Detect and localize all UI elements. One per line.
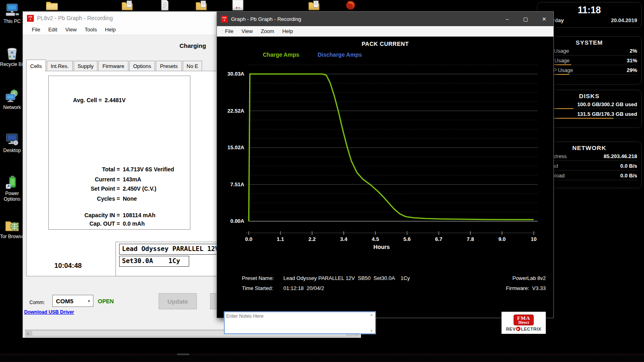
update-button[interactable]: Update: [159, 293, 197, 309]
stat-cap-row-label: Capacity IN =: [49, 212, 120, 218]
desktop-icon-network[interactable]: Network: [0, 89, 24, 110]
stat-row-label: Current =: [49, 176, 120, 183]
graph-menubar: FileViewZoomHelp: [217, 26, 553, 37]
stat-cap-row-label: Cap. OUT =: [49, 220, 120, 227]
minimize-button[interactable]: –: [498, 12, 516, 26]
download-usb-driver-link[interactable]: Download USB Driver: [24, 309, 74, 315]
maximize-button[interactable]: ▢: [516, 12, 535, 26]
desktop-top-icon-folder-files[interactable]: [122, 0, 134, 12]
x-tick-label: 3.4: [335, 236, 353, 242]
taskbar-highlight: [177, 354, 189, 355]
x-tick-label: 0.0: [240, 236, 258, 242]
tab-options[interactable]: Options: [129, 61, 155, 72]
close-button[interactable]: ✕: [535, 12, 553, 26]
com-port-select[interactable]: COM5 ▾: [52, 295, 93, 307]
clock-date: 20.04.2019: [611, 17, 637, 23]
power-icon: [4, 175, 20, 190]
desktop-icon-label: Tor Browser: [0, 234, 24, 239]
network-row: Download0.0 B/s: [541, 171, 637, 180]
desktop-icon-desktop[interactable]: Desktop: [0, 132, 24, 153]
system-row: RAM Usage31%: [541, 56, 637, 65]
disk-row: D:131.5 GB/176.3 GB used: [541, 109, 637, 119]
y-tick-label: 15.02A: [219, 144, 244, 150]
comm-status-open: OPEN: [98, 298, 114, 304]
logo-lectrix-text: LECTRIX: [521, 327, 541, 331]
desktop-icon-label: PowerOptions: [0, 191, 24, 202]
desktop-top-icon-folder[interactable]: [46, 0, 58, 12]
x-tick-label: 2.2: [303, 236, 321, 242]
x-tick-label: 5.6: [398, 236, 416, 242]
disks-rows: C:100.0 GB/300.2 GB usedD:131.5 GB/176.3…: [541, 99, 637, 119]
pl8-menu-edit[interactable]: Edit: [44, 25, 61, 35]
network-icon: [4, 89, 20, 104]
preset-settings-field[interactable]: Set30.0A 1Cy: [119, 256, 189, 267]
desktop-icon-label: Desktop: [0, 148, 24, 153]
taskbar[interactable]: [0, 353, 644, 362]
desktop-icon-tor[interactable]: Tor Browser: [0, 218, 24, 239]
pl8v2-tab-strip: CellsInt.Res.SupplyFirmwareOptionsPreset…: [26, 60, 203, 72]
desktop-icon-recycle-bin[interactable]: Recycle Bin: [0, 46, 24, 67]
pl8-menu-view[interactable]: View: [61, 25, 80, 35]
x-tick-label: 9.0: [493, 236, 511, 242]
time-started-label: Time Started:: [242, 285, 273, 291]
pl8v2-window-title: PL8v2 - Pb Graph - Recording: [37, 15, 113, 21]
desktop-icon-power[interactable]: PowerOptions: [0, 175, 24, 202]
graph-titlebar[interactable]: FMA Graph - Pb Graph - Recording – ▢ ✕: [217, 12, 553, 26]
y-tick-label: 22.52A: [219, 108, 244, 114]
logo-rev-text: REV: [506, 327, 516, 331]
tab-firmware[interactable]: Firmware: [98, 61, 128, 72]
network-row: Upload0.0 B/s: [541, 161, 637, 171]
logo-fma-text: FMA: [517, 315, 530, 321]
firmware-version: Firmware: V3.33: [466, 285, 546, 291]
stat-row-label: Cycles =: [49, 195, 120, 202]
stat-row: Cycles =None: [49, 195, 190, 202]
x-tick-label: 10: [525, 236, 543, 242]
pl8-menu-file[interactable]: File: [28, 25, 44, 35]
stat-cap-row-value: 108114 mAh: [123, 212, 155, 218]
desktop-top-icon-firefox[interactable]: [345, 0, 357, 12]
notes-scrollbar[interactable]: ▲▼: [368, 313, 375, 333]
pl8-menu-tools[interactable]: Tools: [80, 25, 101, 35]
tor-icon: [4, 218, 20, 233]
desktop-icon-this-pc[interactable]: This PC: [0, 3, 24, 24]
desktop-top-icon-folder-files[interactable]: [196, 0, 208, 12]
tab-supply[interactable]: Supply: [74, 61, 98, 72]
scroll-left-icon[interactable]: ‹: [25, 331, 31, 336]
notes-input[interactable]: [224, 312, 376, 334]
revolectrix-o-icon: [516, 327, 520, 331]
stat-row-value: 2.450V (C.V.): [123, 185, 157, 192]
tab-noe[interactable]: No E: [183, 61, 202, 72]
fma-app-icon: FMA: [221, 16, 228, 23]
network-row: IP Address85.203.46.218: [541, 151, 637, 161]
system-row: CPU Usage2%: [541, 46, 637, 56]
fma-direct-logo: FMA Direct REV LECTRIX: [502, 312, 546, 334]
scroll-up-icon[interactable]: ▲: [370, 313, 374, 317]
fma-app-icon: FMA: [27, 15, 34, 22]
desktop-top-icon-document[interactable]: [159, 0, 171, 12]
tab-cells[interactable]: Cells: [26, 60, 46, 72]
system-row: SWAP Usage29%: [541, 65, 637, 75]
pl8-menu-help[interactable]: Help: [101, 25, 120, 35]
stat-cap-row: Capacity IN =108114 mAh: [49, 212, 190, 218]
desktop: This PCRecycle BinNetworkDesktopPowerOpt…: [0, 0, 644, 362]
graph-menu-file[interactable]: File: [221, 26, 237, 36]
x-tick-label: 1.1: [272, 236, 289, 242]
graph-menu-view[interactable]: View: [237, 26, 257, 36]
tab-intres[interactable]: Int.Res.: [47, 61, 73, 72]
graph-menu-help[interactable]: Help: [278, 26, 297, 36]
x-tick-label: 4.5: [367, 236, 384, 242]
system-value: 2%: [630, 48, 637, 54]
graph-window: FMA Graph - Pb Graph - Recording – ▢ ✕ F…: [217, 11, 554, 318]
graph-menu-zoom[interactable]: Zoom: [257, 26, 278, 36]
disk-value: 100.0 GB/300.2 GB used: [577, 101, 637, 107]
system-rows: CPU Usage2%RAM Usage31%SWAP Usage29%: [541, 46, 637, 75]
system-value: 29%: [627, 67, 637, 73]
scroll-down-icon[interactable]: ▼: [370, 329, 374, 333]
system-widget-title: SYSTEM: [541, 39, 637, 46]
desktop-top-icon-app-window[interactable]: [232, 0, 244, 12]
desktop-top-icon-folder-files[interactable]: [308, 0, 320, 12]
charging-status-label: Charging: [180, 42, 206, 49]
cell-stats-box: Avg. Cell =2.4481VTotal =14.713V 6S Veri…: [48, 76, 190, 230]
tab-presets[interactable]: Presets: [156, 61, 182, 72]
x-axis-title: Hours: [332, 244, 431, 250]
